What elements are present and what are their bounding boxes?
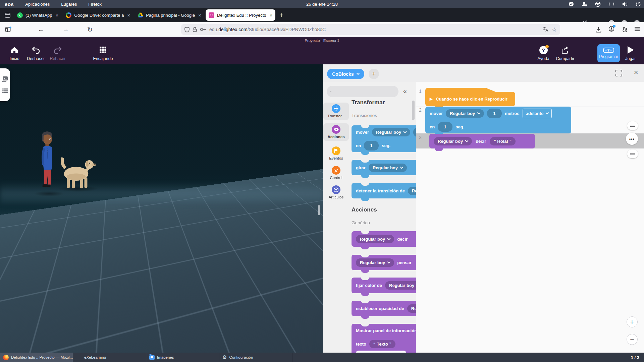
taskbar-item-imagenes[interactable]: Imágenes xyxy=(146,353,219,362)
actor-dropdown[interactable]: Regular boy xyxy=(356,235,394,243)
url-text[interactable]: edu.delightex.com/Studio/Space/6vxEDPNWO… xyxy=(209,27,326,32)
jugar-button[interactable]: Jugar xyxy=(621,46,640,61)
tab-delightex[interactable]: Delightex Edu :: Proyecto × xyxy=(206,9,275,21)
palette-block-pensar[interactable]: Regular boy pensar xyxy=(352,255,416,270)
category-control[interactable]: Control xyxy=(323,164,349,182)
number-input[interactable]: 1 xyxy=(487,109,502,118)
palette-block-panel-info[interactable]: Mostrar panel de información texto “ Tex… xyxy=(352,324,416,353)
palette-scrollbar[interactable] xyxy=(412,101,415,120)
taskbar-item-firefox[interactable]: Delightex Edu :: Proyecto — Mozil... xyxy=(0,353,73,362)
arrows-lr-icon[interactable] xyxy=(608,2,614,6)
user-status-icon[interactable] xyxy=(582,1,587,7)
search-box[interactable] xyxy=(327,86,398,97)
actor-dropdown[interactable]: Regular boy xyxy=(408,187,416,195)
taskbar-item-configuracion[interactable]: ⚙ Configuración xyxy=(219,353,292,362)
category-transformar[interactable]: Transfor... xyxy=(323,103,349,120)
volume-icon[interactable] xyxy=(622,2,628,7)
list-icon[interactable] xyxy=(2,88,8,94)
zoom-in-button[interactable]: + xyxy=(627,316,638,327)
palette-block-detener[interactable]: detener la transición de Regular boy xyxy=(352,183,416,198)
permissions-icon[interactable] xyxy=(200,27,206,32)
direction-dropdown[interactable]: adelante xyxy=(523,109,552,118)
tab-google-home[interactable]: Página principal - Google × xyxy=(135,9,204,21)
network-icon[interactable] xyxy=(595,1,601,7)
shield-icon[interactable] xyxy=(184,27,190,33)
tab-close-icon[interactable]: × xyxy=(270,12,273,18)
taskbar-item-exelearning[interactable]: eXeLearning xyxy=(73,353,146,362)
add-coblocks-tab-button[interactable]: + xyxy=(369,69,379,79)
search-input[interactable] xyxy=(334,89,395,94)
category-articulos[interactable]: Artículos xyxy=(323,184,349,201)
translate-icon[interactable] xyxy=(543,27,549,32)
lock-icon[interactable] xyxy=(193,27,197,32)
account-icon[interactable] xyxy=(608,26,614,33)
reload-icon[interactable]: ↻ xyxy=(84,22,96,37)
actor-dropdown[interactable]: Regular boy xyxy=(434,137,472,145)
actor-dropdown[interactable]: Regular boy xyxy=(356,258,394,267)
actor-dropdown[interactable]: Regular boy xyxy=(369,164,407,172)
new-tab-button[interactable]: + xyxy=(279,11,283,19)
chevron-down-icon xyxy=(404,130,407,133)
home-icon xyxy=(10,46,18,54)
clock[interactable]: 26 de ene 14:28 xyxy=(0,2,644,7)
tab-close-icon[interactable]: × xyxy=(55,12,58,18)
coblocks-canvas[interactable]: 1 2 3 ▶ Cuando se hace clic en Reproduci… xyxy=(416,82,644,353)
tab-close-icon[interactable]: × xyxy=(127,12,130,18)
scene-character-dog[interactable] xyxy=(56,155,96,190)
forward-icon[interactable]: → xyxy=(60,22,72,37)
number-input[interactable]: 1 xyxy=(413,127,416,137)
number-input[interactable]: 1 xyxy=(364,141,379,150)
drag-handle[interactable] xyxy=(627,121,638,130)
scene-character-boy[interactable] xyxy=(38,128,56,195)
rehacer-button[interactable]: Rehacer xyxy=(45,46,70,61)
category-acciones[interactable]: Acciones xyxy=(323,123,349,141)
collapse-palette-icon[interactable]: « xyxy=(403,87,406,95)
check-circle-icon[interactable] xyxy=(569,1,574,7)
back-icon[interactable]: ← xyxy=(35,22,47,37)
palette-block-decir[interactable]: Regular boy decir xyxy=(352,231,416,247)
download-icon[interactable] xyxy=(596,27,601,33)
actor-dropdown[interactable]: Regular boy xyxy=(385,281,416,290)
firefox-view-icon[interactable] xyxy=(3,10,12,20)
compartir-button[interactable]: Compartir xyxy=(552,46,579,61)
number-input[interactable]: 1 xyxy=(438,122,452,132)
actor-dropdown[interactable]: Regular boy xyxy=(446,109,484,118)
row-menu-kebab-icon[interactable]: ••• xyxy=(626,133,638,145)
sidebar-toggle-icon[interactable] xyxy=(3,22,13,37)
scene-3d-viewport[interactable]: Catálogo Cargar Ambiente xyxy=(0,64,323,353)
encajando-button[interactable]: Encajando xyxy=(88,46,118,61)
taskbar: Delightex Edu :: Proyecto — Mozil... eXe… xyxy=(0,353,644,362)
power-icon[interactable] xyxy=(636,1,641,7)
extensions-puzzle-icon[interactable] xyxy=(622,27,627,33)
actor-dropdown[interactable]: Regular boy xyxy=(372,128,410,136)
canvas-block-decir[interactable]: Regular boy decir “ Hola! ” xyxy=(429,134,535,148)
url-bar[interactable]: edu.delightex.com/Studio/Space/6vxEDPNWO… xyxy=(181,24,560,35)
workspace-indicator[interactable]: 1 / 2 xyxy=(631,353,639,362)
scenes-image-icon[interactable] xyxy=(1,76,8,82)
zoom-out-button[interactable]: − xyxy=(627,334,638,345)
ambiente-button[interactable]: Ambiente xyxy=(61,336,87,353)
text-value-input[interactable]: “ Texto ” xyxy=(369,340,395,348)
palette-block-girar[interactable]: girar Regular boy xyxy=(352,160,416,175)
drag-handle[interactable] xyxy=(627,149,638,158)
tab-whatsapp[interactable]: (1) WhatsApp × xyxy=(14,9,61,21)
menu-hamburger-icon[interactable] xyxy=(634,26,640,33)
text-value-input[interactable]: “ Hola! ” xyxy=(490,137,516,145)
palette-block-opacidad[interactable]: establecer opacidad de Regular boy xyxy=(352,301,416,316)
canvas-block-mover[interactable]: mover Regular boy 1 metros adelante en 1… xyxy=(425,107,571,133)
tab-close-icon[interactable]: × xyxy=(198,12,201,18)
fullscreen-icon[interactable] xyxy=(615,69,623,78)
actor-dropdown[interactable]: Regular boy xyxy=(407,304,416,313)
panel-resize-handle[interactable] xyxy=(318,205,320,215)
category-eventos[interactable]: Eventos xyxy=(323,145,349,162)
bookmark-star-icon[interactable]: ☆ xyxy=(552,26,557,33)
programar-button[interactable]: </> Programar xyxy=(597,44,620,62)
coblocks-tab-dropdown[interactable]: CoBlocks xyxy=(327,69,364,79)
tab-google-drive[interactable]: Google Drive: comparte a × xyxy=(63,9,133,21)
palette-block-mover[interactable]: mover Regular boy 1 metros en 1 seg. xyxy=(352,125,416,152)
canvas-block-event-play[interactable]: ▶ Cuando se hace clic en Reproducir xyxy=(425,92,515,106)
catalogo-button[interactable]: Catálogo xyxy=(7,336,34,353)
close-panel-icon[interactable]: × xyxy=(634,68,638,76)
cargar-button[interactable]: Cargar xyxy=(34,336,60,353)
palette-block-fijar-color[interactable]: fijar color de Regular boy xyxy=(352,278,416,293)
